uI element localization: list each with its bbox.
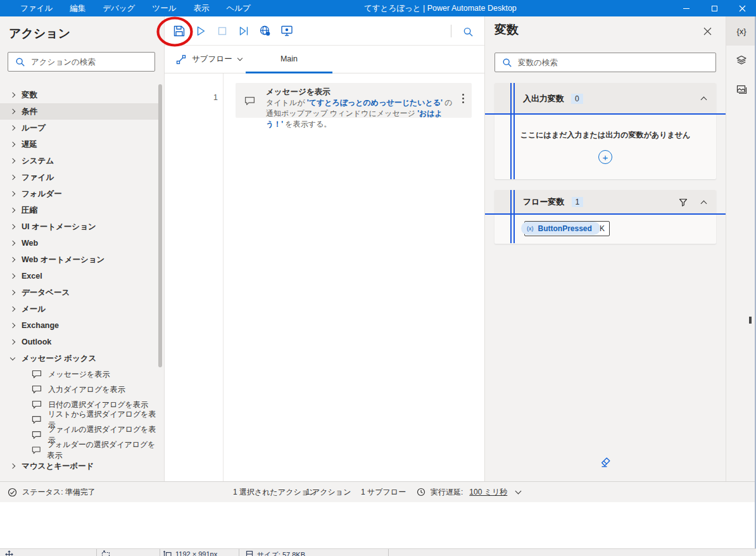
move-tool-button[interactable] [5,550,13,556]
menu-tools[interactable]: ツール [152,3,176,14]
close-button[interactable] [728,0,756,16]
selected-actions-count: 1 選択されたアクション [233,482,317,502]
menu-bar: ファイル 編集 デバッグ ツール 表示 ヘルプ [0,3,251,14]
actions-panel: アクション 変数 条件 ループ 遅延 システム ファイル フォルダー 圧縮 UI… [0,16,165,481]
sidebar-item-message-box[interactable]: メッセージ ボックス [0,350,160,367]
variable-pill-buttonpressed[interactable]: (x) ButtonPressed [521,222,600,235]
desktop-recorder-button[interactable] [278,22,295,39]
save-button[interactable] [170,22,187,39]
save-icon [246,550,253,556]
sidebar-item-exchange[interactable]: Exchange [0,317,160,334]
action-display-folder-dialog[interactable]: フォルダーの選択ダイアログを表示 [0,443,160,458]
desktop-recorder-icon [280,25,293,37]
sidebar-item-compression[interactable]: 圧縮 [0,202,160,218]
sidebar-item-outlook[interactable]: Outlook [0,334,160,350]
chevron-right-icon [10,323,15,328]
chevron-up-icon[interactable] [701,200,707,206]
editor-search-button[interactable] [460,25,477,38]
minimize-icon [683,8,690,9]
minimize-button[interactable] [672,0,700,16]
sidebar-item-excel[interactable]: Excel [0,268,160,284]
actions-search-box[interactable] [8,52,155,72]
clear-variables-button[interactable] [599,456,612,471]
variables-icon: {x} [736,27,746,36]
selection-tool-button[interactable] [101,550,110,556]
line-number-divider [223,73,224,481]
variables-panel: 変数 入出力変数 0 ここにはまだ入力または出力の変数がありません + フロー変… [484,16,726,481]
rail-variables-button[interactable]: {x} [726,16,756,46]
sidebar-item-loops[interactable]: ループ [0,120,160,136]
actions-search-input[interactable] [31,58,154,66]
menu-debug[interactable]: デバッグ [103,3,135,14]
scrollbar-artifact [749,317,752,324]
chevron-right-icon [10,464,15,469]
sidebar-item-variables[interactable]: 変数 [0,87,160,103]
menu-view[interactable]: 表示 [193,3,209,14]
clock-icon [417,488,425,496]
menu-file[interactable]: ファイル [20,3,53,14]
chevron-up-icon[interactable] [701,97,707,103]
rail-images-button[interactable] [726,75,756,104]
sidebar-item-ui-automation[interactable]: UI オートメーション [0,218,160,235]
sidebar-item-file[interactable]: ファイル [0,169,160,186]
action-card-display-message[interactable]: メッセージを表示 タイトルが 'てすとろぼっとのめっせーじたいとる' の通知ポッ… [236,83,472,118]
sidebar-item-mail[interactable]: メール [0,301,160,317]
chevron-right-icon [10,142,15,147]
chevron-right-icon [10,125,15,130]
filter-icon[interactable] [679,198,688,206]
variables-search-box[interactable] [495,53,716,72]
io-variables-section: 入出力変数 0 ここにはまだ入力または出力の変数がありません + [495,83,716,179]
sidebar-item-system[interactable]: システム [0,153,160,169]
search-icon [463,27,474,37]
sidebar-item-web-automation[interactable]: Web オートメーション [0,251,160,268]
add-io-variable-button[interactable]: + [598,150,612,164]
action-card-menu-button[interactable] [462,94,464,103]
flow-variables-section: フロー変数 1 OK (x) ButtonPressed [495,190,716,244]
editor-toolbar [165,16,484,46]
message-bubble-icon [32,415,41,424]
maximize-button[interactable] [700,0,728,16]
variables-search-input[interactable] [518,58,715,67]
stop-button[interactable] [213,22,230,39]
sidebar-item-folder[interactable]: フォルダー [0,186,160,202]
sidebar-item-conditions[interactable]: 条件 [0,103,160,120]
flow-canvas[interactable]: 1 メッセージを表示 タイトルが 'てすとろぼっとのめっせーじたいとる' の通知… [165,73,484,481]
sidebar-item-delay[interactable]: 遅延 [0,136,160,153]
io-variables-header[interactable]: 入出力変数 0 [495,83,716,114]
run-button[interactable] [192,22,209,39]
flow-variables-header[interactable]: フロー変数 1 [495,190,716,214]
run-delay-control[interactable]: 実行遅延: 100 ミリ秒 [417,482,520,502]
sidebar-item-web[interactable]: Web [0,235,160,251]
sidebar-item-database[interactable]: データベース [0,284,160,301]
search-icon [502,58,512,68]
subflow-selector[interactable]: サブフロー [176,46,242,73]
web-recorder-button[interactable] [256,22,274,39]
save-icon [173,25,186,37]
flow-editor: サブフロー Main 1 メッセージを表示 タイトルが 'てすとろぼっとのめっせ… [165,16,484,481]
subflow-icon [176,54,186,65]
actions-panel-title: アクション [9,25,70,42]
chevron-right-icon [10,290,15,295]
chevron-right-icon [10,92,15,98]
run-delay-value[interactable]: 100 ミリ秒 [469,487,507,498]
chevron-right-icon [10,208,15,213]
tab-main[interactable]: Main [246,46,332,73]
action-display-message[interactable]: メッセージを表示 [0,367,160,382]
actions-scrollbar[interactable] [158,84,162,367]
menu-help[interactable]: ヘルプ [226,3,250,14]
action-display-input-dialog[interactable]: 入力ダイアログを表示 [0,382,160,397]
strip-divider [388,549,389,556]
menu-edit[interactable]: 編集 [70,3,85,14]
run-next-action-button[interactable] [235,22,252,39]
strip-divider [160,549,160,556]
right-rail: {x} [726,16,756,481]
variables-close-button[interactable] [702,25,713,37]
chevron-down-icon[interactable] [515,488,522,495]
chevron-right-icon [10,224,15,229]
stop-icon [217,25,228,37]
search-icon [15,57,25,67]
rail-ui-elements-button[interactable] [726,46,756,75]
io-variables-empty-text: ここにはまだ入力または出力の変数がありません [495,130,716,141]
actions-tree: 変数 条件 ループ 遅延 システム ファイル フォルダー 圧縮 UI オートメー… [0,87,160,474]
resize-icon [163,550,172,556]
